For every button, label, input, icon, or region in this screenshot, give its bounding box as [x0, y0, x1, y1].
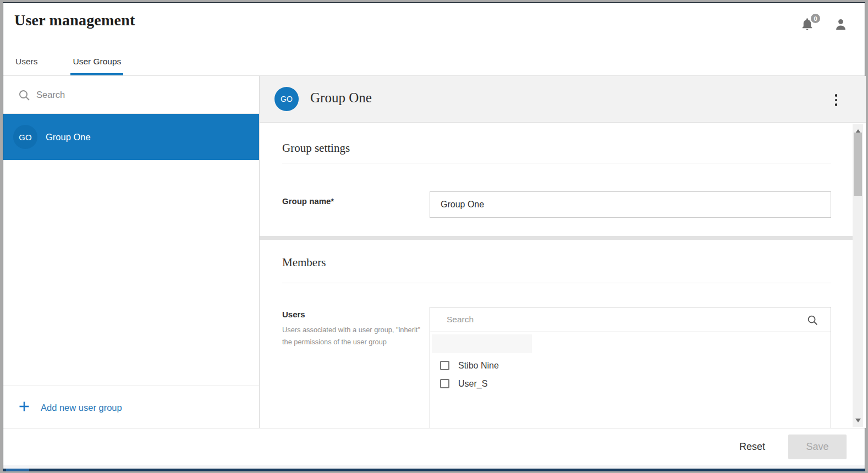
sidebar-search: [3, 76, 259, 114]
group-settings-heading: Group settings: [282, 141, 350, 155]
group-list-sidebar: GO Group One Add new user group: [3, 76, 260, 428]
vertical-scrollbar[interactable]: [853, 124, 863, 427]
bell-icon: [800, 24, 815, 34]
notifications-button[interactable]: 0: [800, 17, 815, 34]
reset-button[interactable]: Reset: [739, 441, 765, 453]
detail-avatar: GO: [274, 87, 299, 111]
detail-header: GO Group One: [260, 76, 866, 123]
group-name-label: Group name*: [282, 196, 334, 206]
add-user-group-button[interactable]: Add new user group: [19, 401, 122, 414]
sidebar-footer: Add new user group: [3, 386, 259, 428]
members-user-list: Stibo Nine User_S: [430, 332, 831, 428]
divider: [282, 163, 831, 163]
divider: [282, 283, 831, 283]
detail-title: Group One: [310, 90, 372, 106]
checkbox-unchecked[interactable]: [440, 379, 449, 388]
plus-icon: [19, 401, 30, 414]
tab-bar: Users User Groups: [13, 57, 123, 75]
members-heading: Members: [282, 256, 326, 270]
tab-users[interactable]: Users: [13, 57, 40, 75]
users-description: Users associated with a user group, "inh…: [282, 324, 421, 348]
user-management-window: User management 0: [3, 2, 865, 471]
action-footer: Reset Save: [3, 428, 865, 465]
more-options-button[interactable]: [832, 93, 841, 107]
tab-user-groups[interactable]: User Groups: [70, 57, 123, 75]
section-separator: [260, 236, 853, 240]
sidebar-search-input[interactable]: [36, 76, 245, 113]
scroll-down-arrow[interactable]: [853, 416, 863, 425]
kebab-icon: [835, 94, 838, 97]
add-user-group-label: Add new user group: [41, 403, 122, 413]
scrollbar-thumb[interactable]: [854, 133, 862, 196]
members-search: [430, 307, 831, 332]
notification-badge: 0: [810, 13, 821, 24]
list-highlight: [432, 334, 532, 353]
group-avatar: GO: [13, 125, 37, 149]
detail-content: Group settings Group name* Members Users…: [260, 123, 866, 428]
members-search-input[interactable]: [430, 307, 831, 332]
profile-button[interactable]: [833, 17, 848, 34]
group-list-item-selected[interactable]: GO Group One: [3, 114, 259, 160]
group-name-input[interactable]: [430, 191, 831, 218]
person-icon: [833, 24, 848, 34]
checkbox-unchecked[interactable]: [440, 361, 449, 370]
page-title: User management: [14, 12, 135, 29]
navy-bar-segment: [6, 469, 29, 471]
group-item-label: Group One: [46, 132, 91, 142]
user-row-user-s[interactable]: User_S: [430, 375, 831, 393]
users-label: Users: [282, 310, 305, 319]
user-row-stibo-nine[interactable]: Stibo Nine: [430, 356, 831, 375]
top-bar: User management 0: [3, 3, 865, 76]
group-detail-panel: GO Group One Group settings Group name* …: [260, 76, 866, 428]
user-name: User_S: [458, 379, 487, 389]
save-button[interactable]: Save: [788, 435, 847, 459]
bottom-navy-bar: [3, 469, 865, 471]
user-name: Stibo Nine: [458, 361, 499, 371]
